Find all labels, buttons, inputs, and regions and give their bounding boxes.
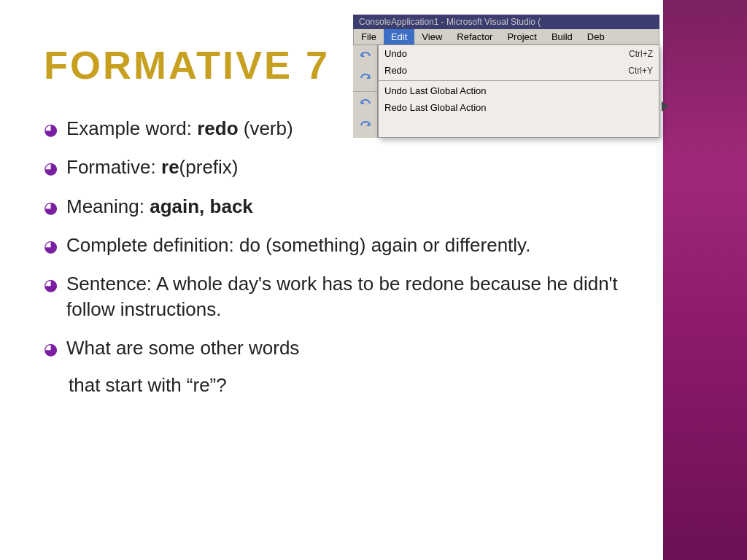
dropdown-label-redo: Redo: [384, 65, 599, 76]
menu-item-build[interactable]: Build: [544, 29, 580, 44]
menu-item-project[interactable]: Project: [500, 29, 543, 44]
menu-item-build-label: Build: [551, 31, 573, 42]
bullet-text: What are some other words: [66, 335, 619, 361]
menu-item-file-label: File: [361, 31, 376, 42]
list-item: ◕ What are some other words: [44, 335, 619, 361]
toolbar-redo-icon[interactable]: [355, 69, 376, 89]
list-item: ◕ Complete definition: do (something) ag…: [44, 233, 619, 258]
menu-item-edit-label: Edit: [391, 31, 407, 42]
bullet-text: Sentence: A whole day's work has to be r…: [66, 271, 619, 322]
menu-item-view-label: View: [422, 31, 442, 42]
dropdown-separator: [379, 80, 659, 81]
menu-item-refactor[interactable]: Refactor: [449, 29, 500, 44]
vs-menubar: File Edit View Refactor Project Build De…: [353, 29, 659, 45]
list-item: ◕ Meaning: again, back: [44, 194, 619, 219]
dropdown-label-redo-global: Redo Last Global Action: [384, 102, 624, 113]
vs-titlebar-text: ConsoleApplication1 - Microsoft Visual S…: [359, 17, 541, 27]
toolbar-redo-global-icon[interactable]: [355, 116, 376, 136]
sub-line: that start with “re”?: [69, 374, 619, 397]
vs-toolbar-strip: [353, 45, 378, 138]
bullet-icon: ◕: [44, 197, 58, 219]
purple-sidebar: [663, 0, 747, 560]
bullet-icon: ◕: [44, 338, 58, 360]
bullet-list: ◕ Example word: redo (verb) ◕ Formative:…: [44, 116, 619, 361]
menu-item-edit[interactable]: Edit: [384, 29, 414, 44]
bullet-icon: ◕: [44, 274, 58, 296]
bullet-text: Formative: re(prefix): [66, 155, 619, 180]
vs-titlebar: ConsoleApplication1 - Microsoft Visual S…: [353, 15, 659, 29]
cursor-arrow: [662, 101, 669, 112]
menu-item-refactor-label: Refactor: [457, 31, 492, 42]
vs-dropdown: Undo Ctrl+Z Redo Ctrl+Y Undo Last Global…: [378, 45, 659, 138]
menu-item-deb-label: Deb: [587, 31, 605, 42]
list-item: ◕ Sentence: A whole day's work has to be…: [44, 271, 619, 322]
bullet-icon: ◕: [44, 119, 58, 141]
list-item: ◕ Formative: re(prefix): [44, 155, 619, 180]
shortcut-redo: Ctrl+Y: [628, 66, 653, 76]
bullet-icon: ◕: [44, 236, 58, 257]
shortcut-undo: Ctrl+Z: [629, 49, 653, 59]
dropdown-row-undo-global[interactable]: Undo Last Global Action: [379, 82, 659, 99]
toolbar-undo-icon[interactable]: [355, 47, 376, 67]
bullet-icon: ◕: [44, 158, 58, 179]
dropdown-label-undo-global: Undo Last Global Action: [384, 85, 624, 96]
menu-item-project-label: Project: [507, 31, 536, 42]
menu-item-view[interactable]: View: [414, 29, 449, 44]
vs-window: ConsoleApplication1 - Microsoft Visual S…: [353, 15, 659, 138]
toolbar-separator: [353, 91, 377, 92]
dropdown-row-redo-global[interactable]: Redo Last Global Action: [379, 99, 659, 116]
dropdown-label-undo: Undo: [384, 48, 600, 59]
dropdown-row-redo[interactable]: Redo Ctrl+Y: [379, 62, 659, 79]
menu-item-deb[interactable]: Deb: [580, 29, 612, 44]
menu-item-file[interactable]: File: [354, 29, 384, 44]
vs-dropdown-body: Undo Ctrl+Z Redo Ctrl+Y Undo Last Global…: [353, 45, 659, 138]
bullet-text: Complete definition: do (something) agai…: [66, 233, 619, 258]
bullet-text: Meaning: again, back: [66, 194, 619, 219]
dropdown-row-undo[interactable]: Undo Ctrl+Z: [379, 45, 659, 62]
toolbar-undo-global-icon[interactable]: [355, 94, 376, 114]
